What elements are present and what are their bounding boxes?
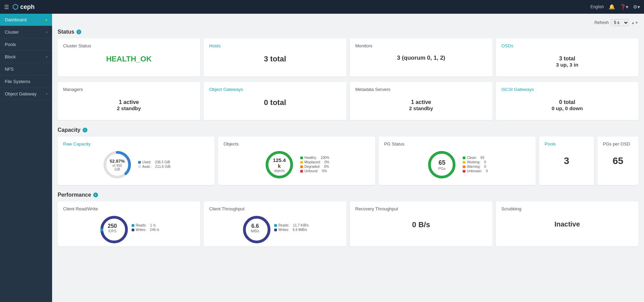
help-icon[interactable]: ❓▾ <box>620 4 628 10</box>
performance-cards: Client Read/Write 250 IOPS Reads: <box>58 201 639 246</box>
metadata-servers-card: Metadata Servers 1 active 2 standby <box>350 82 493 120</box>
client-throughput-donut-container: 6.6 MiB/s Reads: 11.7 KiB/s Writes: 6.6 … <box>209 214 341 242</box>
hamburger-icon[interactable]: ☰ <box>4 4 9 10</box>
capacity-section-header: Capacity i <box>58 127 639 133</box>
objects-card: Objects 125.4 k objects Healthy: 100% <box>218 137 375 185</box>
status-info-icon[interactable]: i <box>76 30 81 34</box>
pgs-per-osd-title: PGs per OSD <box>603 141 633 147</box>
legend-unfound-dot <box>300 170 303 173</box>
client-rw-donut: 250 IOPS <box>99 214 126 242</box>
hosts-value: 3 total <box>209 55 341 63</box>
monitors-title: Monitors <box>355 43 487 48</box>
scrubbing-value: Inactive <box>501 220 633 228</box>
avail-label: Avail.: <box>142 165 151 169</box>
managers-title: Managers <box>63 87 195 92</box>
avail-val: 211.6 GiB <box>155 165 170 169</box>
object-gateways-card: Object Gateways 0 total <box>204 82 346 120</box>
cluster-status-title: Cluster Status <box>63 43 195 48</box>
legend-used-dot <box>138 161 141 164</box>
pools-value: 3 <box>545 155 588 166</box>
language-selector[interactable]: English <box>591 4 604 9</box>
sidebar-item-dashboard[interactable]: Dashboard ● <box>0 14 52 26</box>
performance-section-header: Performance i <box>58 192 639 198</box>
legend-warning-dot <box>463 165 465 168</box>
performance-title: Performance <box>58 192 91 198</box>
status-title: Status <box>58 29 74 35</box>
settings-icon[interactable]: ⚙▾ <box>633 4 640 10</box>
iscsi-gateways-title: iSCSI Gateways <box>501 87 633 92</box>
raw-capacity-donut: 52.97% of 450 GiB <box>102 149 133 180</box>
hosts-title: Hosts <box>209 43 341 48</box>
unfound-label: Unfound: <box>304 169 318 173</box>
reads-label: Reads: <box>136 223 147 227</box>
topnav: ☰ ⬡ ceph English 🔔 ❓▾ ⚙▾ <box>0 0 644 14</box>
clean-label: Clean: <box>467 156 477 160</box>
tput-reads-val: 11.7 KiB/s <box>293 223 309 227</box>
performance-info-icon[interactable]: i <box>93 193 98 197</box>
pg-status-title: PG Status <box>384 141 530 147</box>
writes-val: 249 /s <box>150 228 159 232</box>
raw-capacity-card: Raw Capacity 52.97% of 450 GiB Used: <box>58 137 215 185</box>
sidebar-item-filesystems[interactable]: File Systems <box>0 76 52 88</box>
client-rw-title: Client Read/Write <box>63 206 195 211</box>
svg-point-8 <box>244 217 269 242</box>
metadata-servers-title: Metadata Servers <box>355 87 487 92</box>
unknown-label: Unknown: <box>467 169 482 173</box>
status-cards-row2: Managers 1 active 2 standby Object Gatew… <box>58 82 639 120</box>
monitors-value: 3 (quorum 0, 1, 2) <box>355 55 487 61</box>
objects-title: Objects <box>223 141 369 147</box>
legend-tput-reads-dot <box>274 224 277 227</box>
topnav-left: ☰ ⬡ ceph <box>4 3 35 11</box>
refresh-label: Refresh <box>594 20 609 25</box>
unknown-val: 0 <box>486 169 488 173</box>
capacity-cards: Raw Capacity 52.97% of 450 GiB Used: <box>58 137 639 185</box>
tput-writes-label: Writes: <box>278 228 289 232</box>
iscsi-gateways-values: 0 total 0 up, 0 down <box>501 95 633 115</box>
brand: ⬡ ceph <box>12 3 35 11</box>
warning-val: 0 <box>484 165 486 169</box>
sidebar-item-nfs[interactable]: NFS <box>0 63 52 76</box>
pg-legend: Clean: 65 Working: 0 Warning: 0 Unknown:… <box>463 156 488 174</box>
capacity-info-icon[interactable]: i <box>83 128 87 132</box>
working-val: 0 <box>484 160 486 164</box>
svg-point-5 <box>102 217 126 242</box>
warning-label: Warning: <box>467 165 481 169</box>
managers-card: Managers 1 active 2 standby <box>58 82 200 120</box>
objects-donut-container: 125.4 k objects Healthy: 100% Misplaced:… <box>223 149 369 180</box>
sidebar-item-object-gateway[interactable]: Object Gateway › <box>0 88 52 100</box>
clean-val: 65 <box>481 156 484 160</box>
legend-healthy-dot <box>300 156 303 159</box>
recovery-throughput-value: 0 B/s <box>355 220 487 229</box>
scrubbing-card: Scrubbing Inactive <box>496 201 639 246</box>
reads-val: 1 /s <box>150 223 156 227</box>
brand-name: ceph <box>20 3 35 11</box>
sidebar-item-cluster[interactable]: Cluster › <box>0 26 52 38</box>
legend-tput-writes-dot <box>274 229 277 231</box>
refresh-select[interactable]: 5 s 10 s 30 s <box>611 19 629 26</box>
sidebar-label-nfs: NFS <box>5 67 14 72</box>
sidebar-label-pools: Pools <box>5 42 16 47</box>
degraded-pct: 0% <box>324 165 329 169</box>
legend-clean-dot <box>463 156 465 159</box>
status-section-header: Status i <box>58 29 639 35</box>
recovery-throughput-title: Recovery Throughput <box>355 206 487 211</box>
chevron-right-icon-block: › <box>46 55 47 59</box>
bell-icon[interactable]: 🔔 <box>609 4 615 10</box>
degraded-label: Degraded: <box>304 165 320 169</box>
managers-line2: 2 standby <box>117 105 141 111</box>
raw-capacity-title: Raw Capacity <box>63 141 209 147</box>
legend-misplaced-dot <box>300 161 303 164</box>
sidebar-item-block[interactable]: Block › <box>0 51 52 63</box>
objects-legend: Healthy: 100% Misplaced: 0% Degraded: 0%… <box>300 156 329 174</box>
osds-line1: 3 total <box>559 56 575 62</box>
osds-title: OSDs <box>501 43 633 48</box>
legend-writes-dot <box>132 229 134 231</box>
dashboard-dot: ● <box>45 18 47 22</box>
pgs-per-osd-value: 65 <box>603 155 633 166</box>
sidebar-item-pools[interactable]: Pools <box>0 38 52 51</box>
osds-line2: 3 up, 3 in <box>556 62 578 68</box>
osds-card: OSDs 3 total 3 up, 3 in <box>496 38 639 77</box>
cluster-status-value: HEALTH_OK <box>63 55 195 63</box>
iscsi-gateways-line1: 0 total <box>559 99 575 105</box>
monitors-card: Monitors 3 (quorum 0, 1, 2) <box>350 38 493 77</box>
